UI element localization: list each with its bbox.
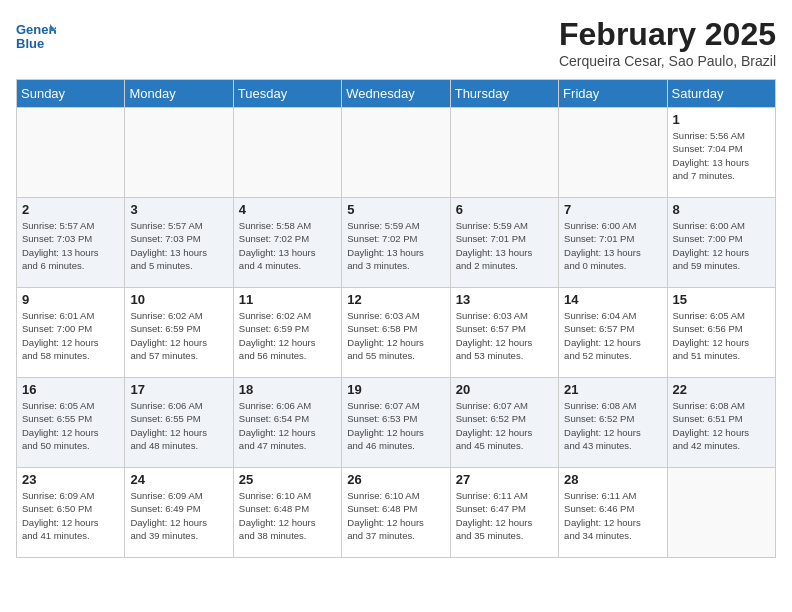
- day-header-wednesday: Wednesday: [342, 80, 450, 108]
- day-number: 9: [22, 292, 119, 307]
- day-cell: 22Sunrise: 6:08 AM Sunset: 6:51 PM Dayli…: [667, 378, 775, 468]
- day-number: 24: [130, 472, 227, 487]
- day-header-friday: Friday: [559, 80, 667, 108]
- day-cell: 26Sunrise: 6:10 AM Sunset: 6:48 PM Dayli…: [342, 468, 450, 558]
- day-cell: [17, 108, 125, 198]
- day-cell: 21Sunrise: 6:08 AM Sunset: 6:52 PM Dayli…: [559, 378, 667, 468]
- day-number: 15: [673, 292, 770, 307]
- day-number: 10: [130, 292, 227, 307]
- day-header-saturday: Saturday: [667, 80, 775, 108]
- day-info: Sunrise: 6:08 AM Sunset: 6:52 PM Dayligh…: [564, 399, 661, 452]
- day-info: Sunrise: 6:03 AM Sunset: 6:58 PM Dayligh…: [347, 309, 444, 362]
- day-number: 8: [673, 202, 770, 217]
- location: Cerqueira Cesar, Sao Paulo, Brazil: [559, 53, 776, 69]
- page-header: General Blue February 2025 Cerqueira Ces…: [16, 16, 776, 69]
- logo-icon: General Blue: [16, 16, 56, 56]
- day-number: 12: [347, 292, 444, 307]
- day-cell: [342, 108, 450, 198]
- day-info: Sunrise: 6:05 AM Sunset: 6:55 PM Dayligh…: [22, 399, 119, 452]
- day-cell: 12Sunrise: 6:03 AM Sunset: 6:58 PM Dayli…: [342, 288, 450, 378]
- day-info: Sunrise: 6:04 AM Sunset: 6:57 PM Dayligh…: [564, 309, 661, 362]
- day-cell: 9Sunrise: 6:01 AM Sunset: 7:00 PM Daylig…: [17, 288, 125, 378]
- day-info: Sunrise: 6:11 AM Sunset: 6:47 PM Dayligh…: [456, 489, 553, 542]
- day-header-thursday: Thursday: [450, 80, 558, 108]
- day-info: Sunrise: 6:05 AM Sunset: 6:56 PM Dayligh…: [673, 309, 770, 362]
- day-cell: 7Sunrise: 6:00 AM Sunset: 7:01 PM Daylig…: [559, 198, 667, 288]
- day-cell: 2Sunrise: 5:57 AM Sunset: 7:03 PM Daylig…: [17, 198, 125, 288]
- day-cell: 17Sunrise: 6:06 AM Sunset: 6:55 PM Dayli…: [125, 378, 233, 468]
- day-cell: 11Sunrise: 6:02 AM Sunset: 6:59 PM Dayli…: [233, 288, 341, 378]
- day-header-tuesday: Tuesday: [233, 80, 341, 108]
- day-cell: 10Sunrise: 6:02 AM Sunset: 6:59 PM Dayli…: [125, 288, 233, 378]
- day-cell: 13Sunrise: 6:03 AM Sunset: 6:57 PM Dayli…: [450, 288, 558, 378]
- calendar: SundayMondayTuesdayWednesdayThursdayFrid…: [16, 79, 776, 558]
- week-row-5: 23Sunrise: 6:09 AM Sunset: 6:50 PM Dayli…: [17, 468, 776, 558]
- day-number: 7: [564, 202, 661, 217]
- day-header-monday: Monday: [125, 80, 233, 108]
- day-number: 2: [22, 202, 119, 217]
- day-cell: 19Sunrise: 6:07 AM Sunset: 6:53 PM Dayli…: [342, 378, 450, 468]
- day-info: Sunrise: 5:59 AM Sunset: 7:01 PM Dayligh…: [456, 219, 553, 272]
- day-cell: 14Sunrise: 6:04 AM Sunset: 6:57 PM Dayli…: [559, 288, 667, 378]
- day-number: 16: [22, 382, 119, 397]
- day-info: Sunrise: 6:02 AM Sunset: 6:59 PM Dayligh…: [239, 309, 336, 362]
- day-cell: 23Sunrise: 6:09 AM Sunset: 6:50 PM Dayli…: [17, 468, 125, 558]
- day-info: Sunrise: 6:02 AM Sunset: 6:59 PM Dayligh…: [130, 309, 227, 362]
- week-row-4: 16Sunrise: 6:05 AM Sunset: 6:55 PM Dayli…: [17, 378, 776, 468]
- day-header-row: SundayMondayTuesdayWednesdayThursdayFrid…: [17, 80, 776, 108]
- week-row-1: 1Sunrise: 5:56 AM Sunset: 7:04 PM Daylig…: [17, 108, 776, 198]
- day-cell: 15Sunrise: 6:05 AM Sunset: 6:56 PM Dayli…: [667, 288, 775, 378]
- day-cell: 24Sunrise: 6:09 AM Sunset: 6:49 PM Dayli…: [125, 468, 233, 558]
- day-number: 17: [130, 382, 227, 397]
- day-header-sunday: Sunday: [17, 80, 125, 108]
- day-cell: [559, 108, 667, 198]
- day-info: Sunrise: 6:09 AM Sunset: 6:49 PM Dayligh…: [130, 489, 227, 542]
- day-cell: 27Sunrise: 6:11 AM Sunset: 6:47 PM Dayli…: [450, 468, 558, 558]
- day-cell: 3Sunrise: 5:57 AM Sunset: 7:03 PM Daylig…: [125, 198, 233, 288]
- day-info: Sunrise: 6:09 AM Sunset: 6:50 PM Dayligh…: [22, 489, 119, 542]
- month-title: February 2025: [559, 16, 776, 53]
- day-info: Sunrise: 5:57 AM Sunset: 7:03 PM Dayligh…: [22, 219, 119, 272]
- day-number: 5: [347, 202, 444, 217]
- day-info: Sunrise: 5:58 AM Sunset: 7:02 PM Dayligh…: [239, 219, 336, 272]
- day-number: 13: [456, 292, 553, 307]
- day-cell: 8Sunrise: 6:00 AM Sunset: 7:00 PM Daylig…: [667, 198, 775, 288]
- day-info: Sunrise: 6:00 AM Sunset: 7:01 PM Dayligh…: [564, 219, 661, 272]
- day-number: 6: [456, 202, 553, 217]
- day-info: Sunrise: 6:11 AM Sunset: 6:46 PM Dayligh…: [564, 489, 661, 542]
- day-number: 4: [239, 202, 336, 217]
- day-number: 21: [564, 382, 661, 397]
- day-cell: 28Sunrise: 6:11 AM Sunset: 6:46 PM Dayli…: [559, 468, 667, 558]
- day-number: 26: [347, 472, 444, 487]
- day-number: 28: [564, 472, 661, 487]
- day-number: 19: [347, 382, 444, 397]
- day-cell: 25Sunrise: 6:10 AM Sunset: 6:48 PM Dayli…: [233, 468, 341, 558]
- day-info: Sunrise: 6:08 AM Sunset: 6:51 PM Dayligh…: [673, 399, 770, 452]
- day-info: Sunrise: 6:07 AM Sunset: 6:53 PM Dayligh…: [347, 399, 444, 452]
- day-number: 22: [673, 382, 770, 397]
- day-cell: 5Sunrise: 5:59 AM Sunset: 7:02 PM Daylig…: [342, 198, 450, 288]
- day-info: Sunrise: 5:56 AM Sunset: 7:04 PM Dayligh…: [673, 129, 770, 182]
- day-info: Sunrise: 6:07 AM Sunset: 6:52 PM Dayligh…: [456, 399, 553, 452]
- day-number: 14: [564, 292, 661, 307]
- day-cell: 18Sunrise: 6:06 AM Sunset: 6:54 PM Dayli…: [233, 378, 341, 468]
- day-number: 18: [239, 382, 336, 397]
- day-info: Sunrise: 6:10 AM Sunset: 6:48 PM Dayligh…: [239, 489, 336, 542]
- day-cell: [233, 108, 341, 198]
- day-info: Sunrise: 6:06 AM Sunset: 6:55 PM Dayligh…: [130, 399, 227, 452]
- day-cell: 6Sunrise: 5:59 AM Sunset: 7:01 PM Daylig…: [450, 198, 558, 288]
- day-cell: [125, 108, 233, 198]
- title-block: February 2025 Cerqueira Cesar, Sao Paulo…: [559, 16, 776, 69]
- day-info: Sunrise: 6:00 AM Sunset: 7:00 PM Dayligh…: [673, 219, 770, 272]
- day-info: Sunrise: 6:03 AM Sunset: 6:57 PM Dayligh…: [456, 309, 553, 362]
- week-row-2: 2Sunrise: 5:57 AM Sunset: 7:03 PM Daylig…: [17, 198, 776, 288]
- day-cell: [667, 468, 775, 558]
- day-number: 25: [239, 472, 336, 487]
- day-number: 1: [673, 112, 770, 127]
- day-number: 23: [22, 472, 119, 487]
- day-info: Sunrise: 6:10 AM Sunset: 6:48 PM Dayligh…: [347, 489, 444, 542]
- day-number: 27: [456, 472, 553, 487]
- day-cell: [450, 108, 558, 198]
- day-cell: 1Sunrise: 5:56 AM Sunset: 7:04 PM Daylig…: [667, 108, 775, 198]
- day-cell: 4Sunrise: 5:58 AM Sunset: 7:02 PM Daylig…: [233, 198, 341, 288]
